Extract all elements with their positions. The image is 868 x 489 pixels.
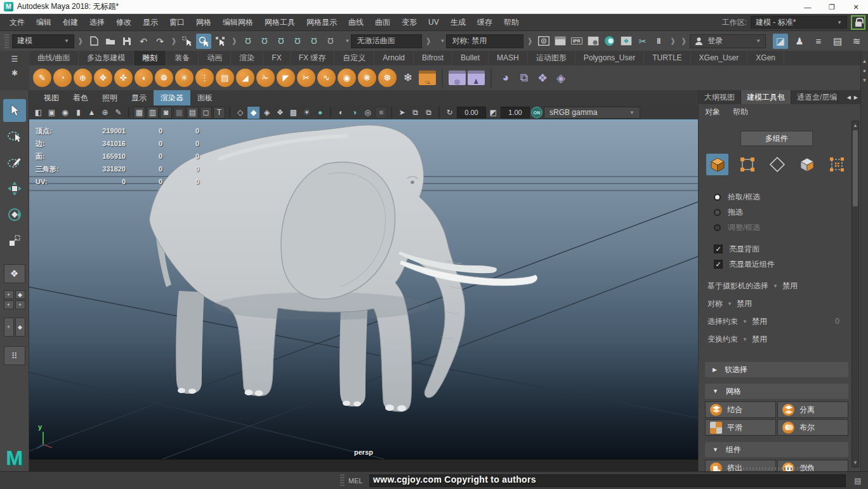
tab-channel-box[interactable]: 通道盒/层编 [791, 90, 838, 104]
fill-tool-icon[interactable]: ◤ [277, 69, 295, 87]
paint-select-tool-button[interactable] [3, 151, 26, 174]
knife-tool-icon[interactable]: ✂ [297, 69, 315, 87]
smooth-shade-icon[interactable]: ❖ [274, 107, 286, 119]
save-scene-icon[interactable] [119, 34, 135, 49]
menu-file[interactable]: 文件 [4, 14, 30, 30]
group-collapse-icon[interactable]: ❱ [169, 37, 178, 45]
render-current-frame-icon[interactable] [553, 34, 568, 49]
drag-grip[interactable] [4, 34, 9, 48]
edge-mode-icon[interactable] [766, 154, 788, 175]
close-icon[interactable]: ✕ [844, 0, 868, 14]
tool-settings-toggle-icon[interactable]: ▤ [830, 34, 845, 49]
select-by-hierarchy-icon[interactable] [180, 34, 195, 49]
layout-split-button[interactable]: + [15, 300, 25, 309]
shelf-scroll-knob-icon[interactable]: ● [863, 68, 866, 74]
chevron-down-icon[interactable]: ▼ [345, 38, 350, 44]
panel-menu-lighting[interactable]: 照明 [95, 90, 124, 105]
shelf-tab-mash[interactable]: MASH [489, 51, 528, 65]
safe-title-icon[interactable]: T [213, 107, 225, 119]
workspace-lock-button[interactable] [851, 15, 865, 30]
shelf-tab-fx[interactable]: FX [263, 51, 290, 65]
mel-language-button[interactable]: MEL [348, 477, 363, 485]
layout-persp-graph-button[interactable]: ◆ [15, 318, 25, 337]
menu-deform[interactable]: 变形 [396, 14, 423, 30]
tab-scroll-right-icon[interactable]: ▶ [854, 95, 858, 100]
separate-button[interactable]: 分离 [777, 401, 848, 418]
smooth-button[interactable]: 平滑 [705, 419, 776, 436]
xray-icon[interactable]: ⧉ [409, 107, 421, 119]
face-mode-icon[interactable] [796, 154, 819, 175]
vertex-mode-icon[interactable] [736, 154, 758, 175]
panel-menu-shading[interactable]: 着色 [66, 90, 95, 105]
menu-surfaces[interactable]: 曲面 [369, 14, 396, 30]
radio-drag[interactable]: 拖选 [705, 204, 848, 220]
checkbox-highlight-nearest-component[interactable]: ✓ 亮显最近组件 [705, 257, 848, 272]
rotate-tool-button[interactable] [3, 203, 26, 226]
camera-icon[interactable]: ◧ [32, 107, 44, 119]
shelf-tab-rendering[interactable]: 渲染 [231, 51, 263, 65]
render-setup-icon[interactable] [619, 34, 634, 49]
shaded-mode-icon[interactable]: ◆ [247, 107, 260, 119]
shelf-tab-rigging[interactable]: 装备 [166, 51, 199, 65]
layout-two-pane-button[interactable]: + [4, 300, 14, 309]
image-plane-icon[interactable]: ▲ [86, 107, 98, 119]
smooth-tool-icon[interactable]: ◔ [53, 69, 72, 87]
menu-mesh-display[interactable]: 网格显示 [301, 14, 343, 30]
grab-tool-icon[interactable]: ✥ [94, 69, 112, 87]
scrape-tool-icon[interactable]: ✁ [256, 69, 275, 87]
shelf-tab-xgen[interactable]: XGen [747, 51, 784, 65]
quad-draw-icon[interactable]: ◕ [497, 70, 514, 86]
menu-set-select[interactable]: 建模 ▼ [12, 34, 74, 48]
render-settings-icon[interactable] [586, 34, 601, 49]
group-collapse-icon[interactable]: ❱ [679, 37, 688, 45]
viewport-canvas[interactable]: 顶点:21900100 边:34101600 面:16591000 三角形:33… [29, 121, 698, 459]
snap-to-point-icon[interactable]: Ω [273, 34, 289, 49]
xray-joints-icon[interactable]: ⧉ [423, 107, 435, 119]
film-gate-icon[interactable]: ▥ [147, 107, 159, 119]
tab-modeling-toolkit[interactable]: 建模工具包 [741, 90, 791, 104]
smear-tool-icon[interactable]: ∿ [317, 69, 336, 87]
group-collapse-icon[interactable]: ❱ [423, 37, 433, 45]
multi-component-mode-icon[interactable] [706, 154, 728, 175]
multisample-icon[interactable]: ◎ [362, 107, 374, 119]
shelf-tab-animation[interactable]: 动画 [199, 51, 231, 65]
panel-resize-handle[interactable] [743, 467, 813, 470]
layout-side-by-side-button[interactable]: + [4, 318, 14, 337]
shelf-gear-icon[interactable]: ✱ [11, 69, 18, 77]
menu-help[interactable]: 帮助 [498, 14, 525, 30]
sculpt-tool-icon[interactable]: ✎ [33, 69, 51, 87]
multi-component-button[interactable]: 多组件 [740, 131, 813, 146]
scroll-up-icon[interactable]: ▲ [852, 123, 858, 128]
two-d-pan-zoom-icon[interactable]: ⊕ [99, 107, 111, 119]
scroll-down-icon[interactable]: ▼ [852, 460, 858, 466]
menu-create[interactable]: 创建 [57, 14, 84, 30]
panel-menu-view[interactable]: 视图 [37, 90, 66, 105]
menu-select[interactable]: 选择 [84, 14, 110, 30]
move-tool-button[interactable] [3, 177, 26, 200]
menu-mesh[interactable]: 网格 [190, 14, 217, 30]
foamy-tool-icon[interactable]: ❁ [155, 69, 173, 87]
chevron-down-icon[interactable]: ▼ [440, 38, 445, 44]
constraint-value-field[interactable]: 0 [835, 317, 839, 326]
shelf-tab-poly-modeling[interactable]: 多边形建模 [79, 51, 134, 65]
layout-four-view-button[interactable]: + [4, 290, 14, 299]
maximize-icon[interactable]: ❐ [820, 0, 844, 14]
shelf-tab-sculpting[interactable]: 雕刻 [134, 51, 166, 65]
symmetry-row[interactable]: 对称 ▼ 禁用 [705, 295, 848, 312]
camera-attributes-icon[interactable]: ◉ [59, 107, 71, 119]
menu-edit[interactable]: 编辑 [30, 14, 57, 30]
shelf-tab-custom[interactable]: 自定义 [334, 51, 374, 65]
snap-to-view-plane-icon[interactable]: Ω [306, 34, 322, 49]
launch-application-icon[interactable]: ✂ [635, 34, 650, 49]
shelf-tab-xgen-user[interactable]: XGen_User [691, 51, 748, 65]
attribute-editor-toggle-icon[interactable]: ≡ [811, 34, 826, 49]
panel-menu-panels[interactable]: 面板 [190, 90, 220, 105]
grid-toggle-icon[interactable]: ▦ [133, 107, 145, 119]
menu-modify[interactable]: 修改 [110, 14, 137, 30]
bevel-shelf-icon[interactable]: ◈ [553, 70, 569, 86]
snap-to-projected-center-icon[interactable]: Ω [290, 34, 305, 49]
depth-of-field-icon[interactable]: ■ [375, 107, 387, 119]
drag-grip[interactable] [340, 474, 345, 487]
shelf-tab-turtle[interactable]: TURTLE [644, 51, 690, 65]
section-mesh[interactable]: ▼ 网格 [705, 384, 848, 399]
